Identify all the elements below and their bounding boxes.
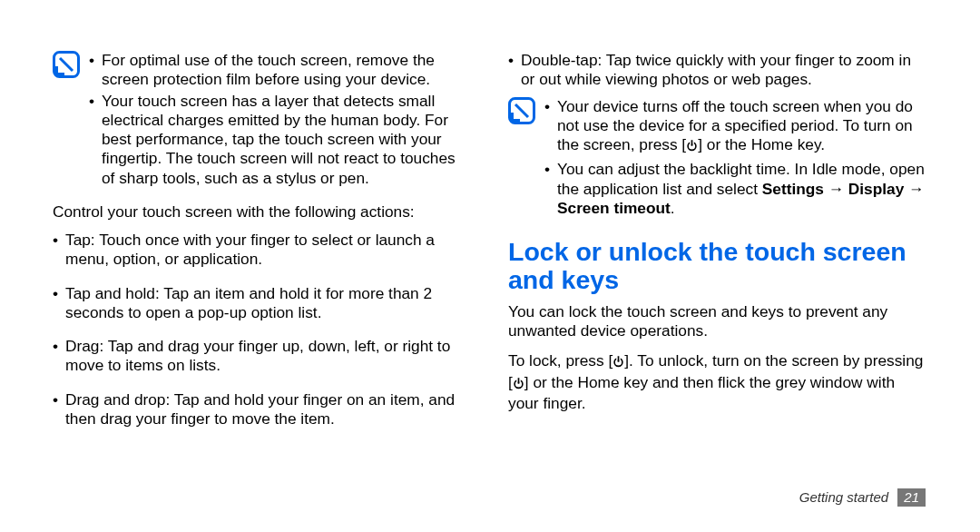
actions-cont-list: Double-tap: Tap twice quickly with your … bbox=[508, 51, 927, 90]
svg-rect-21 bbox=[518, 378, 520, 383]
footer-section-label: Getting started bbox=[799, 489, 888, 505]
note-block-1: For optimal use of the touch screen, rem… bbox=[53, 51, 472, 190]
actions-list: Tap: Touch once with your finger to sele… bbox=[53, 231, 472, 429]
section-heading: Lock or unlock the touch screen and keys bbox=[508, 238, 927, 295]
text: To lock, press [ bbox=[508, 351, 612, 369]
page: For optimal use of the touch screen, rem… bbox=[0, 0, 980, 472]
text: → bbox=[824, 180, 848, 198]
note1-item: Your touch screen has a layer that detec… bbox=[89, 92, 472, 188]
left-column: For optimal use of the touch screen, rem… bbox=[53, 51, 472, 472]
power-icon bbox=[612, 353, 624, 372]
note2-item-2: You can adjust the backlight time. In Id… bbox=[544, 160, 927, 218]
svg-rect-13 bbox=[691, 141, 693, 146]
note2-item-1: Your device turns off the touch screen w… bbox=[544, 97, 927, 157]
note1-item: For optimal use of the touch screen, rem… bbox=[89, 51, 472, 90]
footer: Getting started 21 bbox=[799, 488, 926, 507]
note-icon bbox=[508, 97, 535, 124]
text: ] or the Home key. bbox=[698, 135, 825, 153]
note-block-2: Your device turns off the touch screen w… bbox=[508, 97, 927, 222]
bold-text: Display bbox=[848, 180, 904, 198]
body-paragraph-2: To lock, press []. To unlock, turn on th… bbox=[508, 351, 927, 413]
svg-rect-17 bbox=[618, 357, 620, 362]
note-content-1: For optimal use of the touch screen, rem… bbox=[89, 51, 472, 190]
action-item: Tap: Touch once with your finger to sele… bbox=[53, 231, 472, 270]
power-icon bbox=[513, 375, 524, 394]
note2-list: Your device turns off the touch screen w… bbox=[544, 97, 927, 219]
intro-paragraph: Control your touch screen with the follo… bbox=[53, 202, 472, 222]
note1-list: For optimal use of the touch screen, rem… bbox=[89, 51, 472, 188]
bold-text: Screen timeout bbox=[557, 199, 671, 217]
bold-text: Settings bbox=[762, 180, 824, 198]
right-column: Double-tap: Tap twice quickly with your … bbox=[508, 51, 927, 472]
action-item: Tap and hold: Tap an item and hold it fo… bbox=[53, 284, 472, 323]
power-icon bbox=[686, 137, 698, 156]
body-paragraph-1: You can lock the touch screen and keys t… bbox=[508, 302, 927, 341]
note-content-2: Your device turns off the touch screen w… bbox=[544, 97, 927, 222]
action-item: Drag and drop: Tap and hold your finger … bbox=[53, 390, 472, 429]
note-icon bbox=[53, 51, 80, 78]
text: ] or the Home key and then flick the gre… bbox=[508, 373, 895, 412]
action-item: Drag: Tap and drag your finger up, down,… bbox=[53, 337, 472, 376]
text: → bbox=[904, 180, 924, 198]
page-number: 21 bbox=[897, 488, 926, 507]
text: . bbox=[671, 199, 675, 217]
action-item: Double-tap: Tap twice quickly with your … bbox=[508, 51, 927, 90]
